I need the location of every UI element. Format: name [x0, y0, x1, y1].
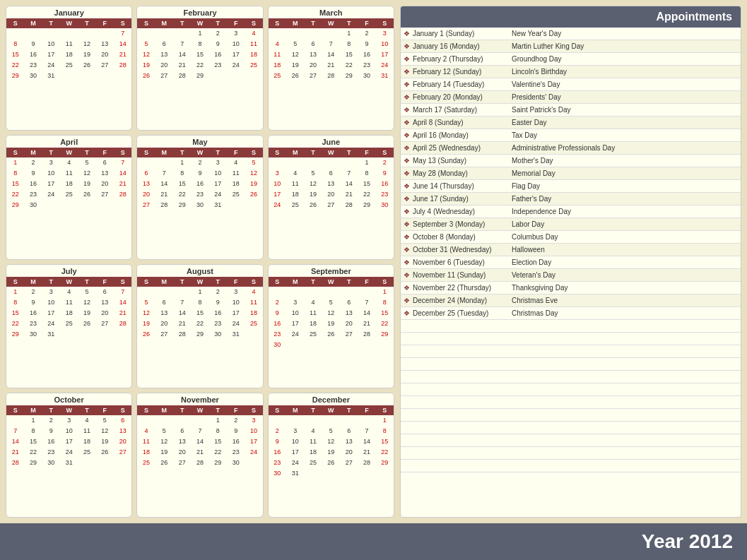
day-cell: 3: [376, 28, 394, 39]
day-cell: 24: [269, 200, 286, 210]
day-header-m-1: M: [24, 18, 42, 28]
day-cell: 19: [304, 189, 322, 200]
appointment-row: ❖February 20 (Monday)Presidents' Day: [401, 91, 741, 104]
day-cell: 30: [209, 329, 227, 340]
day-cell: 5: [78, 157, 95, 168]
day-cell: 10: [286, 308, 304, 318]
appointment-diamond-icon: ❖: [401, 169, 413, 177]
day-cell: 23: [191, 189, 208, 200]
day-cell: 21: [173, 60, 191, 71]
day-header-t-4: T: [78, 148, 95, 157]
day-header-m-1: M: [155, 18, 173, 28]
day-cell: [227, 200, 245, 210]
day-cell: [269, 415, 286, 426]
day-cell: 2: [209, 287, 227, 297]
day-cell: 8: [6, 297, 24, 308]
day-cell: 8: [376, 426, 394, 436]
day-cell: 30: [24, 71, 42, 81]
day-cell: [155, 287, 173, 297]
day-cell: 13: [173, 436, 191, 447]
day-cell: 10: [227, 297, 245, 308]
day-cell: 30: [358, 71, 375, 81]
day-header-f-5: F: [96, 18, 114, 28]
day-cell: 15: [340, 49, 358, 60]
day-cell: 29: [358, 200, 375, 210]
day-header-w-3: W: [191, 405, 208, 415]
day-cell: 18: [304, 318, 322, 329]
appointment-row: ❖April 16 (Monday)Tax Day: [401, 129, 741, 142]
day-cell: 2: [209, 28, 227, 39]
day-cell: 6: [96, 157, 114, 168]
day-cell: 2: [24, 287, 42, 297]
day-cell: 16: [209, 308, 227, 318]
day-cell: 15: [6, 49, 24, 60]
day-cell: 19: [322, 447, 340, 458]
day-header-t-2: T: [173, 405, 191, 415]
appointment-empty-row: [401, 345, 741, 358]
day-cell: 24: [286, 329, 304, 340]
day-cell: 31: [209, 200, 227, 210]
day-cell: 25: [60, 60, 78, 71]
day-cell: [304, 287, 322, 297]
day-cell: [137, 415, 155, 426]
appointment-name: Groundhog Day: [512, 55, 741, 63]
appointment-date: May 28 (Monday): [413, 169, 512, 177]
month-title-july: July: [6, 265, 131, 277]
appointment-diamond-icon: ❖: [401, 81, 413, 88]
day-cell: 12: [137, 308, 155, 318]
day-header-w-3: W: [60, 277, 78, 287]
appointment-diamond-icon: ❖: [401, 157, 413, 165]
day-cell: 26: [304, 200, 322, 210]
day-cell: [78, 28, 95, 39]
day-cell: 29: [209, 458, 227, 468]
day-cell: 18: [227, 179, 245, 189]
day-header-s-6: S: [114, 277, 131, 287]
day-cell: 28: [114, 318, 131, 329]
day-cell: 4: [227, 157, 245, 168]
day-cell: 12: [155, 436, 173, 447]
day-cell: 27: [155, 71, 173, 81]
appointment-empty-row: [401, 460, 741, 472]
appointment-date: December 25 (Tuesday): [413, 309, 512, 317]
day-header-w-3: W: [322, 18, 340, 28]
day-cell: 6: [96, 287, 114, 297]
day-cell: 23: [24, 318, 42, 329]
day-cell: [376, 340, 394, 350]
day-cell: [96, 71, 114, 81]
day-cell: 2: [376, 157, 394, 168]
day-cell: [78, 458, 95, 468]
day-cell: 1: [6, 287, 24, 297]
appointment-name: Veteran's Day: [512, 271, 741, 279]
day-cell: [322, 28, 340, 39]
day-cell: 29: [340, 71, 358, 81]
day-cell: 20: [304, 60, 322, 71]
day-cell: 7: [173, 39, 191, 49]
day-cell: 15: [24, 436, 42, 447]
day-cell: 3: [60, 415, 78, 426]
day-cell: 18: [245, 49, 262, 60]
appointment-date: October 31 (Wednesday): [413, 246, 512, 254]
day-cell: 1: [24, 415, 42, 426]
day-cell: 16: [191, 179, 208, 189]
day-cell: 13: [96, 297, 114, 308]
day-cell: [96, 200, 114, 210]
day-header-t-2: T: [42, 148, 60, 157]
day-cell: 23: [358, 60, 375, 71]
day-cell: [304, 415, 322, 426]
day-header-w-3: W: [322, 148, 340, 157]
appointment-row: ❖February 2 (Thursday)Groundhog Day: [401, 53, 741, 66]
day-cell: 1: [6, 157, 24, 168]
day-cell: [269, 157, 286, 168]
day-header-t-2: T: [304, 18, 322, 28]
day-cell: 10: [209, 168, 227, 179]
day-cell: 4: [269, 39, 286, 49]
day-header-f-5: F: [358, 18, 375, 28]
day-cell: [322, 157, 340, 168]
day-cell: 3: [286, 297, 304, 308]
day-cell: 8: [376, 297, 394, 308]
day-cell: 17: [209, 179, 227, 189]
day-cell: [60, 28, 78, 39]
day-cell: 26: [96, 447, 114, 458]
appointment-row: ❖September 3 (Monday)Labor Day: [401, 218, 741, 231]
appointment-name: Flag Day: [512, 182, 741, 190]
